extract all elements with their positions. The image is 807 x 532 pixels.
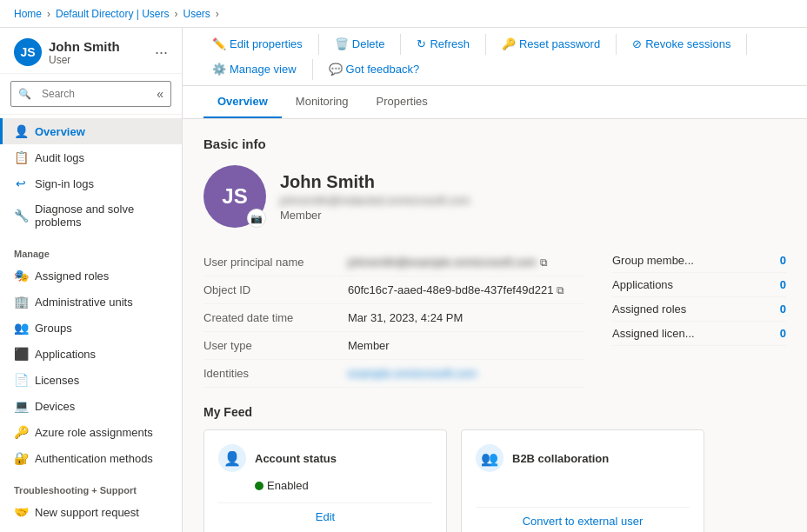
nav-section-manage: Manage 🎭 Assigned roles 🏢 Administrative… [0,238,182,475]
units-icon: 🏢 [14,295,28,309]
sidebar-item-label-diagnose: Diagnose and solve problems [35,203,168,229]
diagnose-icon: 🔧 [14,209,28,223]
audit-icon: 📋 [14,150,28,164]
feedback-icon: 💬 [329,63,343,76]
groups-icon: 👥 [14,321,28,335]
b2b-card-header: 👥 B2B collaboration [476,444,690,472]
breadcrumb: Home › Default Directory | Users › Users… [0,0,807,28]
stat-value-group[interactable]: 0 [780,254,786,267]
b2b-convert-link[interactable]: Convert to external user [476,507,690,528]
feedback-button[interactable]: 💬 Got feedback? [320,58,429,80]
signin-icon: ↩ [14,176,28,190]
sidebar-item-signin-logs[interactable]: ↩ Sign-in logs [0,170,182,196]
stat-row-roles: Assigned roles 0 [612,297,786,322]
account-status-card: 👤 Account status Enabled Edit [203,429,447,532]
edit-properties-button[interactable]: ✏️ Edit properties [203,33,311,55]
devices-icon: 💻 [14,399,28,413]
sidebar-item-label-azure-roles: Azure role assignments [35,426,153,439]
refresh-icon: ↻ [417,37,426,50]
change-avatar-button[interactable]: 📷 [247,209,266,228]
revoke-icon: ⊘ [632,37,642,50]
stat-value-apps[interactable]: 0 [780,278,786,291]
toolbar: ✏️ Edit properties 🗑️ Delete ↻ Refresh 🔑… [183,28,807,86]
sidebar-item-audit-logs[interactable]: 📋 Audit logs [0,144,182,170]
copy-upn-button[interactable]: ⧉ [540,256,548,269]
troubleshooting-section-title: Troubleshooting + Support [0,478,182,499]
sidebar-item-label-apps: Applications [35,348,96,361]
sidebar-item-auth-methods[interactable]: 🔐 Authentication methods [0,445,182,471]
info-row-upn: User principal name johnsmith@example.on… [203,249,584,276]
tab-properties[interactable]: Properties [363,86,442,118]
stat-value-roles[interactable]: 0 [780,303,786,316]
identities-link[interactable]: example.onmicrosoft.com [348,367,477,380]
user-profile-card: JS 📷 John Smith johnsmith@redacted.onmic… [203,165,786,228]
profile-name: John Smith [280,172,470,192]
edit-icon: ✏️ [212,37,226,50]
tab-monitoring[interactable]: Monitoring [282,86,363,118]
sidebar-item-label-devices: Devices [35,400,75,413]
sidebar-item-admin-units[interactable]: 🏢 Administrative units [0,289,182,315]
sidebar-item-licenses[interactable]: 📄 Licenses [0,367,182,393]
sidebar-item-overview[interactable]: 👤 Overview [0,118,182,144]
sidebar-avatar: JS [14,38,42,66]
tabs: Overview Monitoring Properties [183,86,807,119]
sidebar-item-label-auth: Authentication methods [35,452,153,465]
sidebar-search-container: 🔍 « [0,74,182,115]
sidebar-item-label-roles: Assigned roles [35,269,109,283]
info-fields-container: User principal name johnsmith@example.on… [203,249,584,388]
licenses-icon: 📄 [14,373,28,387]
info-row-identities: Identities example.onmicrosoft.com [203,360,584,388]
copy-object-id-button[interactable]: ⧉ [557,284,564,296]
delete-button[interactable]: 🗑️ Delete [326,33,394,55]
search-icon: 🔍 [18,88,31,100]
account-card-title: Account status [255,452,337,465]
collapse-button[interactable]: « [157,87,163,101]
delete-icon: 🗑️ [335,37,349,50]
revoke-sessions-button[interactable]: ⊘ Revoke sessions [624,33,739,55]
overview-icon: 👤 [14,124,28,138]
user-avatar-large: JS 📷 [203,165,266,228]
sidebar-item-diagnose[interactable]: 🔧 Diagnose and solve problems [0,196,182,235]
status-dot-enabled [255,482,263,490]
sidebar-item-new-support[interactable]: 🤝 New support request [0,499,182,525]
feed-title: My Feed [203,405,786,419]
object-id-value: 60fc16c7-aaed-48e9-bd8e-437fef49d221 ⧉ [348,283,564,296]
breadcrumb-home[interactable]: Home [14,8,42,20]
sidebar-item-groups[interactable]: 👥 Groups [0,315,182,341]
account-card-header: 👤 Account status [218,444,432,472]
breadcrumb-sep3: › [216,8,219,20]
nav-section-troubleshooting: Troubleshooting + Support 🤝 New support … [0,475,182,529]
breadcrumb-directory[interactable]: Default Directory | Users [56,8,169,20]
toolbar-sep1 [318,34,319,55]
sidebar-item-applications[interactable]: ⬛ Applications [0,341,182,367]
apps-icon: ⬛ [14,347,28,361]
manage-view-button[interactable]: ⚙️ Manage view [203,58,305,80]
reset-password-button[interactable]: 🔑 Reset password [493,33,609,55]
toolbar-sep3 [485,34,486,55]
toolbar-sep6 [312,59,313,80]
toolbar-sep4 [616,34,617,55]
account-edit-link[interactable]: Edit [218,502,432,523]
auth-icon: 🔐 [14,451,28,465]
sidebar-item-label-support: New support request [35,506,139,519]
sidebar-item-azure-roles[interactable]: 🔑 Azure role assignments [0,419,182,445]
toolbar-sep5 [746,34,747,55]
account-card-icon: 👤 [218,444,246,472]
password-icon: 🔑 [502,37,516,50]
more-options-button[interactable]: ··· [155,43,168,62]
sidebar-item-devices[interactable]: 💻 Devices [0,393,182,419]
sidebar-user-role: User [49,54,148,66]
main-content: ✏️ Edit properties 🗑️ Delete ↻ Refresh 🔑… [183,28,807,532]
breadcrumb-users[interactable]: Users [183,8,210,20]
sidebar-item-assigned-roles[interactable]: 🎭 Assigned roles [0,263,182,289]
breadcrumb-sep2: › [175,8,178,20]
stat-row-group: Group membe... 0 [612,249,786,273]
created-label: Created date time [203,311,334,324]
search-input[interactable] [35,84,153,103]
sidebar-user-name: John Smith [49,39,148,54]
refresh-button[interactable]: ↻ Refresh [408,33,478,55]
stat-value-licenses[interactable]: 0 [780,327,786,340]
stat-label-group: Group membe... [612,254,694,267]
page-content-area: Basic info JS 📷 John Smith johnsmith@red… [183,119,807,532]
tab-overview[interactable]: Overview [203,86,282,118]
